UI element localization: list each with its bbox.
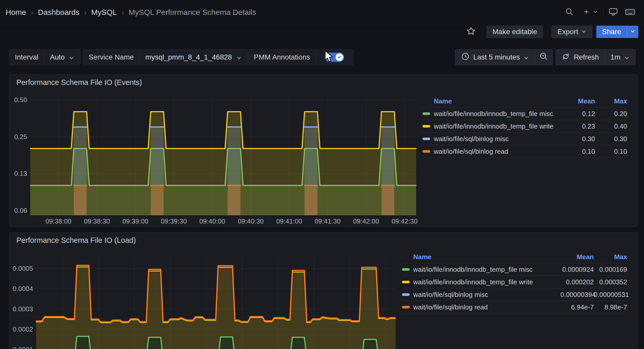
series-name[interactable]: wait/io/file/innodb/innodb_temp_file mis… [413,266,560,274]
panel-perf-schema-file-io-events: Performance Schema File IO (Events) 0.50… [9,74,638,227]
chevron-down-icon [524,54,529,60]
make-editable-button[interactable]: Make editable [487,26,543,38]
search-button[interactable] [562,5,577,20]
dashboard-actions: Make editable Export Share [0,25,644,39]
series-max-value: 0.000169 [594,266,627,274]
legend-row: wait/io/file/sql/binlog misc0.300.30 [422,132,627,145]
svg-text:09:40:00: 09:40:00 [199,217,225,225]
svg-text:09:40:30: 09:40:30 [238,217,264,225]
check-icon [337,53,342,61]
service-name-value: mysql_pmm_8_4_1_46828 [145,53,232,61]
chevron-down-icon [581,28,586,36]
search-icon [565,7,574,17]
favorite-button[interactable] [464,25,478,39]
svg-text:0.0004: 0.0004 [13,285,33,293]
pmm-annotations-label: PMM Annotations [248,50,316,65]
svg-text:09:41:00: 09:41:00 [276,217,302,225]
export-label: Export [557,28,578,36]
legend-table: NameMeanMaxwait/io/file/innodb/innodb_te… [422,95,627,158]
series-color-swatch [422,125,430,128]
legend-table: NameMeanMaxwait/io/file/innodb/innodb_te… [402,251,627,314]
breadcrumb-dashboards[interactable]: Dashboards [38,8,79,17]
series-mean-value: 0.00000394 [560,291,594,299]
interval-select[interactable]: Auto [44,50,80,65]
refresh-button[interactable]: Refresh [556,50,605,65]
series-color-swatch [402,306,410,308]
series-mean-value: 0.0000924 [560,266,594,274]
breadcrumb-separator: › [122,8,124,17]
series-name[interactable]: wait/io/file/sql/binlog misc [413,291,560,299]
series-mean-value: 0.000202 [560,278,594,286]
svg-text:0.0003: 0.0003 [13,305,33,313]
panel-perf-schema-file-io-load: Performance Schema File IO (Load) 0.0005… [9,232,638,349]
series-color-swatch [402,293,410,296]
svg-text:09:42:00: 09:42:00 [353,217,379,225]
interval-control: Interval Auto [9,49,80,65]
svg-text:0.0002: 0.0002 [13,325,33,333]
series-max-value: 8.98e-7 [594,303,627,311]
share-dropdown-button[interactable] [627,26,638,38]
svg-text:0.13: 0.13 [14,170,27,177]
svg-text:09:42:30: 09:42:30 [391,217,417,225]
pmm-annotations-control: PMM Annotations [248,49,353,65]
divider [603,7,603,17]
chevron-down-icon [236,54,242,60]
zoom-out-time-button[interactable] [535,50,552,65]
divider [547,27,547,37]
series-name[interactable]: wait/io/file/innodb/innodb_temp_file wri… [413,278,560,286]
legend-header-mean: Mean [563,97,595,105]
time-range-control: Last 5 minutes [455,49,553,65]
series-mean-value: 0.23 [563,122,595,130]
chevron-down-icon [630,29,635,35]
time-range-picker[interactable]: Last 5 minutes [455,50,535,65]
series-mean-value: 0.10 [563,148,595,156]
refresh-interval-value: 1m [610,53,620,61]
svg-text:09:38:30: 09:38:30 [84,217,110,225]
series-color-swatch [422,112,430,115]
legend-row: wait/io/file/innodb/innodb_temp_file wri… [402,276,627,288]
series-name[interactable]: wait/io/file/sql/binlog read [434,148,563,156]
monitor-icon [608,7,618,18]
pmm-annotations-toggle[interactable] [316,50,353,65]
kiosk-mode-button[interactable] [606,5,620,20]
svg-text:0.50: 0.50 [14,96,27,104]
svg-text:0.0001: 0.0001 [13,346,33,349]
series-name[interactable]: wait/io/file/innodb/innodb_temp_file wri… [434,122,563,130]
keyboard-shortcuts-button[interactable] [623,5,637,20]
breadcrumb-home[interactable]: Home [6,8,26,17]
legend-header-name: Name [402,253,560,261]
share-button[interactable]: Share [596,26,627,38]
legend-row: wait/io/file/innodb/innodb_temp_file mis… [402,263,627,276]
legend-row: wait/io/file/sql/binlog misc0.000003940.… [402,288,627,301]
legend-header-mean: Mean [560,253,594,261]
add-button[interactable] [579,5,601,20]
svg-text:0.06: 0.06 [14,207,27,214]
series-name[interactable]: wait/io/file/sql/binlog misc [434,135,563,143]
series-max-value: 0.20 [595,110,627,118]
breadcrumb-separator: › [31,8,33,17]
svg-text:09:41:30: 09:41:30 [315,217,340,225]
series-max-value: 0.000352 [594,278,627,286]
breadcrumb-mysql[interactable]: MySQL [91,8,117,17]
service-name-select[interactable]: mysql_pmm_8_4_1_46828 [139,50,247,65]
legend-row: wait/io/file/innodb/innodb_temp_file mis… [422,107,627,120]
svg-text:09:38:00: 09:38:00 [45,217,71,225]
service-name-control: Service Name mysql_pmm_8_4_1_46828 [83,49,248,65]
svg-text:0.0005: 0.0005 [13,265,33,272]
series-max-value: 0.00000531 [594,291,627,299]
series-name[interactable]: wait/io/file/sql/binlog read [413,303,560,311]
zoom-out-icon [539,52,548,63]
series-name[interactable]: wait/io/file/innodb/innodb_temp_file mis… [434,110,563,118]
svg-text:09:39:30: 09:39:30 [161,217,187,225]
export-button[interactable]: Export [551,26,592,38]
series-max-value: 0.30 [595,135,627,143]
refresh-interval-select[interactable]: 1m [605,50,635,65]
time-range-value: Last 5 minutes [473,53,520,61]
star-icon [466,26,476,37]
legend-row: wait/io/file/sql/binlog read0.100.10 [422,145,627,158]
interval-label: Interval [9,50,44,65]
svg-text:0.25: 0.25 [14,133,27,141]
chevron-down-icon [69,54,74,60]
legend-header-max: Max [594,253,627,261]
service-name-label: Service Name [83,50,139,65]
